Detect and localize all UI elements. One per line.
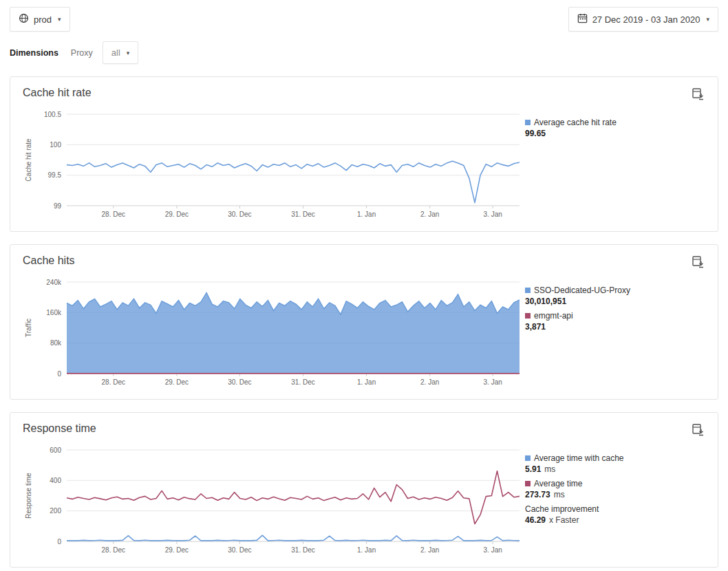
legend-item[interactable]: Average cache hit rate 99.65	[525, 117, 697, 138]
svg-text:200: 200	[50, 507, 61, 515]
svg-text:Response time: Response time	[25, 473, 32, 519]
svg-text:3. Jan: 3. Jan	[484, 546, 502, 554]
export-report-icon[interactable]	[691, 255, 705, 272]
svg-text:1. Jan: 1. Jan	[357, 211, 376, 218]
response-time-chart[interactable]: 020040060028. Dec29. Dec30. Dec31. Dec1.…	[23, 446, 525, 559]
legend-label: SSO-Dedicated-UG-Proxy	[534, 285, 630, 296]
calendar-icon	[577, 13, 588, 25]
card-title: Cache hit rate	[23, 87, 92, 99]
svg-text:31. Dec: 31. Dec	[291, 546, 314, 554]
svg-text:100: 100	[50, 141, 61, 149]
svg-text:1. Jan: 1. Jan	[357, 378, 376, 386]
proxy-filter-value: all	[111, 47, 120, 58]
export-report-icon[interactable]	[691, 87, 705, 105]
environment-selector[interactable]: prod ▾	[10, 7, 70, 32]
series-marker	[525, 455, 531, 461]
legend-value: 3,871	[525, 322, 697, 332]
svg-text:29. Dec: 29. Dec	[165, 378, 189, 386]
legend-value: 30,010,951	[525, 297, 697, 306]
svg-text:160k: 160k	[46, 309, 62, 316]
series-marker	[525, 481, 531, 486]
svg-text:600: 600	[50, 446, 61, 454]
svg-text:1. Jan: 1. Jan	[357, 546, 376, 554]
svg-text:31. Dec: 31. Dec	[291, 211, 314, 218]
svg-text:28. Dec: 28. Dec	[102, 378, 125, 386]
card-title: Response time	[23, 422, 96, 435]
series-marker	[525, 313, 531, 319]
cache-hit-rate-chart[interactable]: 9999.5100100.528. Dec29. Dec30. Dec31. D…	[23, 110, 525, 224]
svg-text:3. Jan: 3. Jan	[484, 211, 502, 218]
svg-text:Traffic: Traffic	[25, 319, 32, 337]
legend-value: 5.91ms	[525, 464, 697, 474]
legend-label: Average time with cache	[534, 453, 624, 464]
svg-text:29. Dec: 29. Dec	[165, 211, 189, 218]
series-marker	[525, 288, 531, 293]
legend-label: Average time	[534, 478, 582, 489]
svg-text:2. Jan: 2. Jan	[420, 546, 439, 554]
globe-icon	[19, 13, 29, 25]
svg-text:30. Dec: 30. Dec	[228, 211, 251, 218]
svg-text:Cache hit rate: Cache hit rate	[25, 138, 32, 182]
svg-text:80k: 80k	[50, 339, 62, 347]
filterbar: Dimensions Proxy all ▾	[10, 41, 718, 64]
svg-text:99: 99	[54, 202, 62, 210]
legend-label: Cache improvement	[525, 504, 599, 515]
card-cache-hit-rate: Cache hit rate 9999.5100100.528. Dec29. …	[10, 76, 718, 232]
card-response-time: Response time 020040060028. Dec29. Dec30…	[10, 412, 718, 568]
proxy-filter-dropdown[interactable]: all ▾	[103, 41, 139, 64]
topbar: prod ▾ 27 Dec 2019 - 03 Jan 2020 ▾	[10, 7, 718, 32]
chart-legend: SSO-Dedicated-UG-Proxy 30,010,951 emgmt-…	[525, 278, 697, 391]
svg-text:30. Dec: 30. Dec	[228, 378, 251, 386]
svg-text:0: 0	[57, 370, 61, 378]
legend-item[interactable]: emgmt-api 3,871	[525, 310, 697, 332]
legend-value: 99.65	[525, 129, 697, 138]
legend-item[interactable]: Average time 273.73ms	[525, 478, 697, 499]
legend-value: 46.29x Faster	[525, 515, 697, 525]
dimension-proxy-label: Proxy	[71, 48, 93, 58]
svg-text:2. Jan: 2. Jan	[420, 211, 439, 218]
legend-item[interactable]: Average time with cache 5.91ms	[525, 453, 697, 474]
svg-text:31. Dec: 31. Dec	[291, 378, 314, 386]
chevron-down-icon: ▾	[127, 50, 130, 56]
cache-hits-chart[interactable]: 080k160k240k28. Dec29. Dec30. Dec31. Dec…	[23, 278, 525, 391]
series-marker	[525, 120, 531, 125]
legend-label: Average cache hit rate	[534, 117, 617, 128]
date-range-picker[interactable]: 27 Dec 2019 - 03 Jan 2020 ▾	[568, 7, 718, 32]
chevron-down-icon: ▾	[58, 16, 61, 23]
card-title: Cache hits	[23, 255, 75, 267]
chart-legend: Average cache hit rate 99.65	[525, 110, 697, 224]
svg-text:29. Dec: 29. Dec	[165, 546, 189, 554]
svg-text:100.5: 100.5	[44, 111, 61, 118]
svg-text:2. Jan: 2. Jan	[420, 378, 439, 386]
legend-label: emgmt-api	[534, 310, 573, 321]
date-range-label: 27 Dec 2019 - 03 Jan 2020	[592, 14, 700, 25]
analytics-dashboard: prod ▾ 27 Dec 2019 - 03 Jan 2020 ▾ Dimen…	[0, 0, 728, 571]
svg-text:28. Dec: 28. Dec	[102, 211, 125, 218]
svg-text:400: 400	[50, 477, 61, 484]
chart-legend: Average time with cache 5.91ms Average t…	[525, 446, 697, 559]
dimensions-label: Dimensions	[10, 48, 58, 58]
export-report-icon[interactable]	[691, 422, 705, 440]
legend-item: Cache improvement 46.29x Faster	[525, 504, 697, 525]
svg-text:99.5: 99.5	[48, 171, 62, 179]
svg-text:240k: 240k	[46, 279, 62, 286]
card-cache-hits: Cache hits 080k160k240k28. Dec29. Dec30.…	[10, 244, 718, 400]
chevron-down-icon: ▾	[706, 16, 709, 23]
svg-text:3. Jan: 3. Jan	[484, 378, 502, 386]
legend-item[interactable]: SSO-Dedicated-UG-Proxy 30,010,951	[525, 285, 697, 306]
svg-text:0: 0	[57, 538, 61, 546]
environment-label: prod	[34, 14, 52, 25]
legend-value: 273.73ms	[525, 490, 697, 499]
svg-text:28. Dec: 28. Dec	[102, 546, 125, 554]
svg-text:30. Dec: 30. Dec	[228, 546, 251, 554]
